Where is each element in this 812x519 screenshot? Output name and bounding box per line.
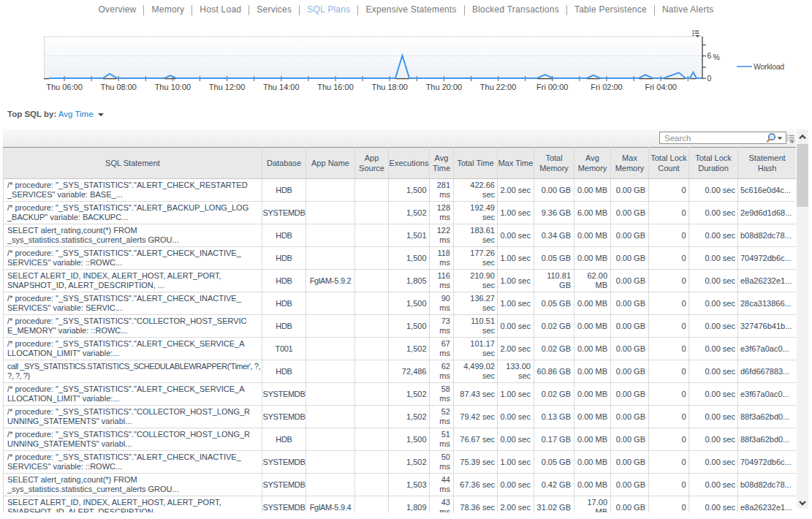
svg-text:6: 6	[707, 51, 712, 60]
svg-text:Thu 18:00: Thu 18:00	[371, 83, 408, 91]
svg-text:Thu 10:00: Thu 10:00	[155, 83, 191, 91]
svg-text:Thu 22:00: Thu 22:00	[480, 83, 517, 91]
svg-text:%: %	[713, 53, 720, 61]
svg-text:Thu 20:00: Thu 20:00	[426, 83, 463, 91]
svg-text:Fri 02:00: Fri 02:00	[591, 83, 622, 91]
svg-text:Thu 16:00: Thu 16:00	[317, 83, 354, 91]
svg-text:Workload: Workload	[754, 62, 784, 71]
svg-text:Fri 04:00: Fri 04:00	[645, 83, 676, 91]
svg-text:0: 0	[707, 74, 712, 83]
svg-text:Fri 00:00: Fri 00:00	[536, 83, 568, 91]
svg-text:Thu 06:00: Thu 06:00	[46, 83, 83, 91]
svg-text:Thu 08:00: Thu 08:00	[100, 83, 137, 91]
svg-text:Thu 12:00: Thu 12:00	[209, 83, 246, 91]
svg-text:Thu 14:00: Thu 14:00	[263, 83, 300, 91]
